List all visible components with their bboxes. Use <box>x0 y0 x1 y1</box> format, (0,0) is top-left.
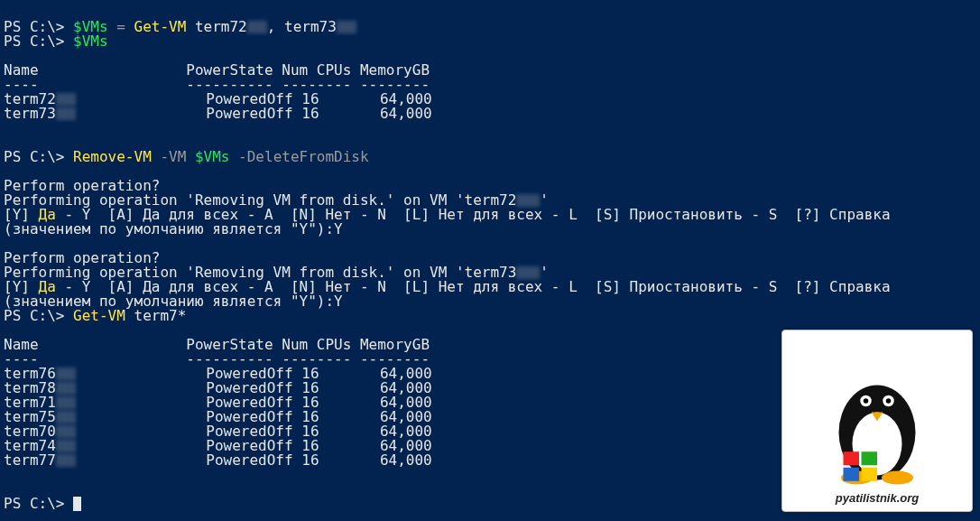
line: PS C:\> Remove-VM -VM $VMs -DeleteFromDi… <box>4 148 369 165</box>
line: PS C:\> $VMs <box>4 33 108 50</box>
svg-point-5 <box>886 398 892 404</box>
line: PS C:\> <box>4 495 81 512</box>
svg-rect-11 <box>844 468 860 481</box>
svg-rect-10 <box>862 451 878 465</box>
watermark-text: pyatilistnik.org <box>836 491 919 506</box>
redacted <box>56 454 76 467</box>
redacted <box>56 367 76 380</box>
svg-point-8 <box>882 471 913 485</box>
redacted <box>247 21 267 33</box>
redacted <box>56 382 76 395</box>
redacted <box>337 21 356 33</box>
redacted <box>56 107 76 120</box>
line: PS C:\> Get-VM term7* <box>4 307 186 324</box>
table-row: term77 PoweredOff 16 64,000 <box>4 451 432 469</box>
svg-rect-12 <box>862 468 878 481</box>
redacted <box>56 440 76 452</box>
redacted <box>56 396 76 409</box>
confirm-default: (значением по умолчанию является "Y"):Y <box>4 220 343 237</box>
redacted <box>56 411 76 423</box>
cmdlet: Get-VM <box>134 18 187 35</box>
watermark-logo: pyatilistnik.org <box>781 330 973 512</box>
redacted <box>516 266 540 279</box>
redacted <box>516 194 540 207</box>
cursor <box>73 497 81 511</box>
svg-point-4 <box>864 398 869 404</box>
svg-point-1 <box>853 413 902 476</box>
table-row: term73 PoweredOff 16 64,000 <box>4 105 432 122</box>
svg-rect-9 <box>844 451 860 465</box>
penguin-icon <box>809 356 945 491</box>
redacted <box>56 425 76 438</box>
redacted <box>56 93 76 106</box>
